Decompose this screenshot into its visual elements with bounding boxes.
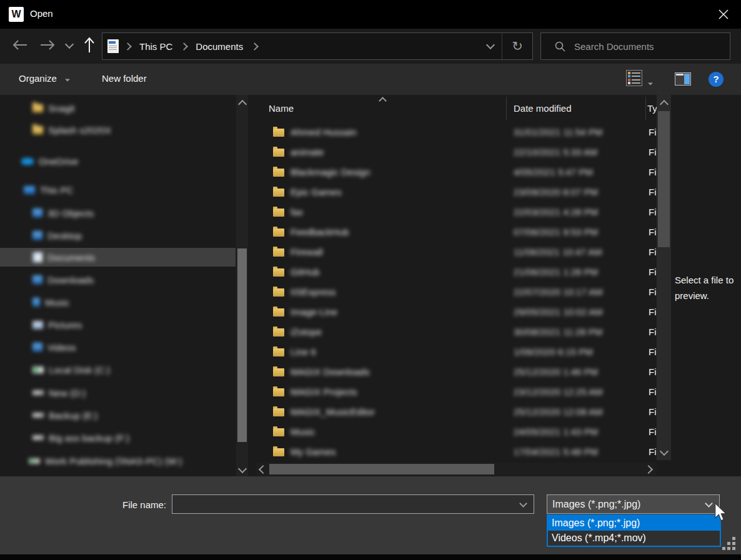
sidebar-item-videos[interactable]: Videos [0,338,236,356]
sidebar-scrollbar-thumb[interactable] [237,248,247,442]
3dobjects-icon [32,209,42,217]
file-row[interactable]: FeedbackHub07/06/2021 9:53 PMFile folder [256,222,657,242]
folder-icon [273,189,284,197]
sidebar-item-desktop[interactable]: Desktop [0,226,236,245]
up-button[interactable] [80,35,99,55]
caret-down-icon [65,79,70,82]
file-name: Ahmed Hussain [291,127,357,137]
back-button[interactable] [11,37,29,52]
sidebar-item-3d-objects[interactable]: 3D Objects [0,204,236,222]
search-box[interactable]: Search Documents [540,32,730,60]
file-name: My Games [291,446,336,457]
sidebar-item-snagit[interactable]: Snagit [0,99,236,117]
file-date-modified: 23/12/2020 12:25 AM [514,386,603,397]
new-folder-button[interactable]: New folder [102,73,147,84]
file-row[interactable]: iZotope30/08/2021 11:28 PMFile folder [256,322,657,342]
file-date-modified: 11/06/2021 10:47 AM [514,247,602,257]
preview-pane-icon[interactable] [675,72,691,86]
views-dropdown-button[interactable] [647,77,654,87]
file-date-modified: 1/09/2020 6:15 PM [514,346,593,357]
file-type: File folder [649,227,657,237]
file-date-modified: 25/12/2020 1:46 PM [514,366,598,377]
question-mark-icon: ? [713,74,719,84]
file-row[interactable]: Image-Line29/05/2021 10:02 AMFile folder [256,302,657,322]
close-button[interactable] [711,5,736,24]
dialog-title: Open [30,8,53,19]
sidebar-item-backup-e[interactable]: Backup (E:) [0,406,236,425]
column-header-date-modified[interactable]: Date modified [514,103,572,114]
file-row[interactable]: MAGIX Projects23/12/2020 12:25 AMFile fo… [256,382,657,402]
file-row[interactable]: Firewall11/06/2021 10:47 AMFile folder [256,242,657,262]
sidebar-item-music[interactable]: Music [0,293,236,312]
file-list-scrollbar-thumb[interactable] [658,111,670,247]
column-header-name[interactable]: Name [269,103,294,114]
file-row[interactable]: Epic Games23/09/2020 8:07 PMFile folder [256,182,657,202]
sidebar-item-splash-s2020x[interactable]: Splash s2020X [0,120,236,139]
arrow-right-icon [40,40,55,50]
file-date-modified: 23/09/2020 8:07 PM [514,187,598,197]
folder-icon [273,268,284,277]
file-row[interactable]: animate22/10/2021 5:33 AMFile folder [256,142,657,162]
sidebar-item-this-pc[interactable]: This PC [0,180,236,199]
views-icon[interactable] [626,70,642,86]
sidebar-item-label: Work Publishing (\\NAS-PC) (W:) [45,456,182,466]
file-name: FeedbackHub [291,227,349,237]
file-type: File folder [649,247,657,257]
file-row[interactable]: fax22/03/2021 4:28 PMFile folder [256,202,657,222]
file-row[interactable]: IISExpress22/07/2020 10:17 AMFile folder [256,282,657,302]
file-date-modified: 4/05/2021 5:47 PM [514,167,593,177]
sidebar-item-big-ass-backup-f[interactable]: Big ass backup (F:) [0,428,236,447]
file-row[interactable]: My Games17/04/2021 5:48 PMFile folder [256,442,657,462]
resize-grip-icon[interactable] [722,537,736,551]
breadcrumb-item[interactable]: Documents [189,41,249,52]
address-bar[interactable]: This PCDocuments ↻ [102,32,533,60]
folder-icon [32,104,43,112]
arrow-left-icon [12,40,27,50]
column-divider[interactable] [645,97,646,120]
sidebar-scrollbar[interactable] [236,95,248,476]
sidebar-item-documents[interactable]: Documents [0,248,236,267]
sidebar-item-pictures[interactable]: Pictures [0,315,236,334]
refresh-button[interactable]: ↻ [502,33,532,59]
file-type: File folder [649,426,657,437]
organize-button[interactable]: Organize [19,73,71,84]
downloads-icon [32,275,42,284]
file-list-scrollbar[interactable] [657,95,671,460]
help-button[interactable]: ? [709,72,724,87]
file-row[interactable]: MAGIX Downloads25/12/2020 1:46 PMFile fo… [256,362,657,382]
file-row[interactable]: Line 61/09/2020 6:15 PMFile folder [256,342,657,362]
file-type-option[interactable]: Images (*.png;*.jpg) [548,516,720,531]
file-type-option[interactable]: Videos (*.mp4;*.mov) [548,531,720,546]
file-type: File folder [649,287,657,297]
sidebar-item-downloads[interactable]: Downloads [0,270,236,289]
file-type-combobox[interactable]: Images (*.png;*.jpg) [547,494,720,514]
column-header-type[interactable]: Type [647,103,657,114]
file-type: File folder [649,147,657,157]
sidebar-item-local-disk-c[interactable]: Local Disk (C:) [0,360,236,379]
column-divider[interactable] [506,97,507,120]
address-dropdown-button[interactable] [479,33,502,59]
forward-button[interactable] [39,37,56,52]
desktop-icon [32,231,42,240]
recent-locations-button[interactable] [62,40,76,51]
file-name-input[interactable] [172,494,534,514]
file-name: GitHub [291,267,320,277]
file-list: Ahmed Hussain31/01/2021 11:54 PMFile fol… [256,122,657,466]
horizontal-scrollbar[interactable] [256,463,657,476]
titlebar[interactable]: W Open [0,0,741,29]
folder-icon [273,288,284,297]
file-row[interactable]: MAGIX_MusicEditor25/12/2020 12:08 AMFile… [256,402,657,422]
file-row[interactable]: GitHub21/06/2021 1:28 PMFile folder [256,262,657,282]
file-row[interactable]: Blackmagic Design4/05/2021 5:47 PMFile f… [256,162,657,182]
file-type-selected: Images (*.png;*.jpg) [552,499,640,510]
breadcrumb: This PCDocuments [133,41,260,52]
chevron-down-icon [705,499,713,508]
sidebar-item-new-d[interactable]: New (D:) [0,383,236,402]
sidebar-item-work-publishing-nas-pc-w[interactable]: Work Publishing (\\NAS-PC) (W:) [0,451,236,470]
sidebar-item-onedrive[interactable]: OneDrive [0,152,236,170]
file-row[interactable]: Music24/05/2021 1:43 PMFile folder [256,422,657,442]
breadcrumb-item[interactable]: This PC [133,41,179,52]
horizontal-scrollbar-thumb[interactable] [269,464,494,474]
sidebar-item-label: Downloads [47,275,94,285]
file-row[interactable]: Ahmed Hussain31/01/2021 11:54 PMFile fol… [256,122,657,142]
